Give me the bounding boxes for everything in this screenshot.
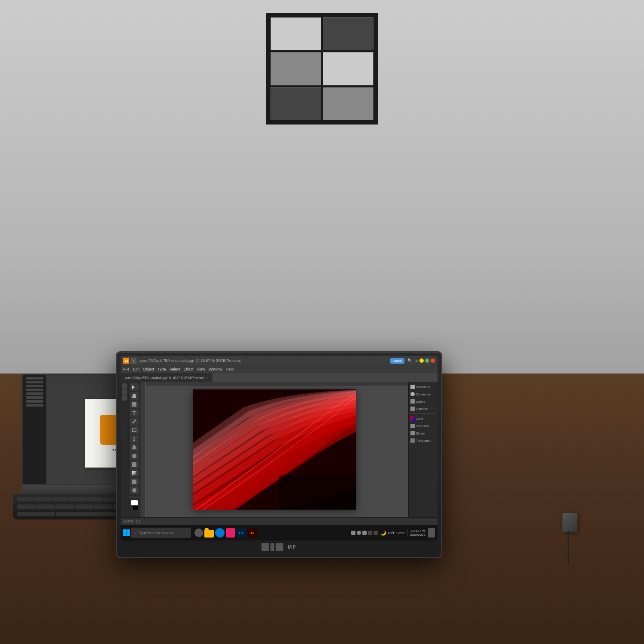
search-icon: ⌕ [134, 531, 137, 535]
search-icon[interactable]: 🔍 [407, 358, 412, 363]
mp-logo-squares [261, 543, 283, 551]
win-square [123, 533, 127, 537]
ai-zoom-level: 16.67% [123, 520, 134, 523]
properties-icon [410, 385, 415, 389]
taskbar-icon-edge[interactable] [215, 528, 225, 538]
red-waves-artwork [193, 389, 356, 510]
taskbar-clock[interactable]: 10:12 PM 2/23/2022 [410, 529, 425, 537]
direct-selection-tool[interactable] [130, 392, 139, 400]
tray-icon [368, 531, 372, 535]
keyboard-key [69, 497, 85, 501]
taskbar-icon-folder[interactable] [204, 528, 214, 538]
vertical-ruler [140, 382, 146, 517]
menu-view[interactable]: View [197, 367, 205, 371]
libraries-panel-item[interactable]: Libraries [409, 405, 437, 412]
color-out-icon [410, 424, 415, 428]
line-tool[interactable] [130, 418, 139, 425]
ai-title-text: puro-7XGqrUFEA-unsplash.jpg* @ 16.67 % (… [140, 358, 242, 363]
menu-object[interactable]: Object [143, 367, 154, 371]
ai-tools-panel [128, 382, 140, 517]
panel-button[interactable] [122, 395, 127, 401]
color-out-label: Color Out... [416, 425, 431, 428]
paintbrush-tool[interactable] [130, 435, 139, 443]
ai-properties-panel: Properties Comments Layers [408, 382, 437, 517]
gradient-tool[interactable] [130, 469, 139, 477]
close-button[interactable] [431, 358, 435, 363]
transparency-label: Transpare... [416, 439, 432, 442]
comments-label: Comments [416, 393, 431, 396]
selection-tool[interactable] [130, 383, 139, 391]
ai-artboard-info: 1/1 [136, 520, 140, 523]
ai-titlebar: Ai ⌂ puro-7XGqrUFEA-unsplash.jpg* @ 16.6… [121, 356, 437, 365]
taskbar-icon-ps[interactable]: Ps [237, 528, 246, 538]
taskbar-show-desktop[interactable] [428, 528, 435, 538]
taskbar-system-tray [351, 531, 378, 535]
tab-close-button[interactable]: × [206, 376, 208, 380]
laptop-sidebar-item [26, 404, 43, 407]
stroke-panel-item[interactable]: Stroke [409, 430, 437, 437]
grid-icon[interactable]: ⊞ [415, 359, 418, 363]
pen-tool[interactable] [130, 401, 139, 408]
ai-document-canvas[interactable] [193, 389, 356, 510]
maximize-button[interactable] [425, 358, 429, 363]
ai-statusbar: 16.67% 1/1 [121, 517, 437, 525]
menu-window[interactable]: Window [209, 367, 222, 371]
panel-divider [410, 413, 436, 414]
comments-panel-item[interactable]: Comments [409, 391, 437, 398]
rotate-tool[interactable] [130, 452, 139, 460]
panel-button[interactable] [122, 389, 127, 395]
type-tool[interactable] [130, 409, 139, 417]
ai-menubar: File Edit Object Type Select Effect View… [121, 365, 437, 373]
ai-share-button[interactable]: Share [390, 358, 404, 364]
libraries-icon [410, 407, 415, 411]
windows-start-button[interactable] [123, 529, 130, 536]
windows-taskbar: ⌕ Type here to search Ps Ai [121, 525, 437, 541]
color-out-panel-item[interactable]: Color Out... [409, 422, 437, 429]
ai-home-icon[interactable]: ⌂ [131, 358, 137, 364]
tray-icon [357, 531, 361, 535]
ai-document-tab[interactable]: puro-7XGqrUFEA-unsplash.jpg* @ 16.67 % (… [121, 373, 213, 382]
taskbar-icon-circle[interactable] [194, 529, 203, 537]
taskbar-search-box[interactable]: ⌕ Type here to search [131, 528, 191, 538]
mp-square-2 [276, 543, 283, 551]
color-label: Color [416, 417, 423, 420]
properties-label: Properties [416, 386, 430, 389]
zoom-tool[interactable] [130, 486, 139, 494]
taskbar-icon-photos[interactable] [226, 528, 235, 538]
keyboard-key [75, 504, 93, 509]
minimize-button[interactable] [419, 358, 424, 363]
rectangle-tool[interactable] [130, 426, 139, 434]
menu-edit[interactable]: Edit [133, 367, 140, 371]
ai-title-left: Ai ⌂ puro-7XGqrUFEA-unsplash.jpg* @ 16.6… [123, 358, 389, 364]
layers-panel-item[interactable]: Layers [409, 398, 437, 405]
keyboard-key [86, 497, 103, 501]
menu-type[interactable]: Type [158, 367, 166, 371]
menu-effect[interactable]: Effect [184, 367, 194, 371]
scale-tool[interactable] [130, 461, 139, 468]
transparency-panel-item[interactable]: Transpare... [409, 437, 437, 444]
tray-icon [351, 531, 355, 535]
layers-label: Layers [416, 400, 425, 403]
stroke-color[interactable] [133, 506, 138, 510]
tray-icon [374, 531, 378, 535]
eyedropper-tool[interactable] [130, 478, 139, 486]
keyboard-key [17, 504, 36, 509]
ai-canvas-area [140, 382, 408, 517]
frame-cell [323, 87, 374, 120]
laptop-sidebar [23, 375, 46, 484]
win-square [127, 533, 131, 537]
fill-color[interactable] [131, 500, 138, 505]
menu-select[interactable]: Select [170, 367, 180, 371]
taskbar-icon-ai[interactable]: Ai [247, 528, 257, 538]
main-scene: TE [0, 0, 644, 644]
taskbar-start-area: ⌕ Type here to search [123, 528, 191, 538]
laptop-sidebar-item [26, 400, 43, 403]
keyboard-key [34, 497, 51, 501]
color-panel-item[interactable]: Color [409, 415, 437, 422]
properties-panel-item[interactable]: Properties [409, 383, 437, 390]
menu-file[interactable]: File [123, 367, 130, 371]
menu-help[interactable]: Help [226, 367, 234, 371]
pencil-tool[interactable] [130, 444, 139, 451]
layers-icon [410, 399, 415, 404]
panel-button[interactable] [122, 383, 127, 389]
